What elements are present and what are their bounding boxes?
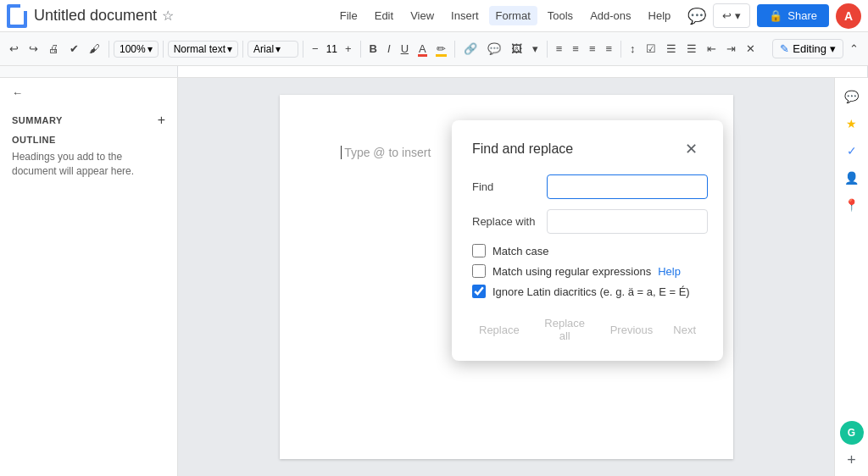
doc-area[interactable]: Type @ to insert Find and replace ✕ Find… (178, 78, 834, 476)
collapse-toolbar-button[interactable]: ⌃ (845, 39, 863, 58)
font-size-value: 11 (326, 43, 337, 55)
font-name-select[interactable]: Arial ▾ (248, 41, 298, 58)
right-check-icon[interactable]: ✓ (840, 139, 864, 163)
right-grammarly-icon[interactable]: G (840, 421, 864, 445)
share-button[interactable]: 🔒 Share (757, 4, 829, 27)
bold-button[interactable]: B (365, 39, 381, 58)
bullet-list-button[interactable]: ☰ (662, 39, 681, 58)
menu-format[interactable]: Format (489, 6, 537, 25)
editing-mode-select[interactable]: ✎ Editing ▾ (772, 39, 843, 58)
align-center-button[interactable]: ≡ (568, 39, 583, 58)
history-button[interactable]: ↩ ▾ (713, 3, 750, 28)
insert-comment-button[interactable]: 💬 (483, 39, 505, 58)
regex-checkbox[interactable] (472, 264, 486, 278)
right-maps-icon[interactable]: 📍 (840, 193, 864, 217)
text-color-icon: A (419, 42, 426, 55)
regex-help-link[interactable]: Help (658, 265, 681, 278)
regex-label: Match using regular expressions (492, 265, 651, 278)
align-right-button[interactable]: ≡ (585, 39, 600, 58)
right-add-button[interactable]: + (847, 451, 856, 469)
sidebar-summary-label: SUMMARY (12, 115, 63, 125)
toolbar-separator-1 (108, 41, 109, 58)
underline-button[interactable]: U (397, 39, 413, 58)
match-case-row[interactable]: Match case (472, 244, 703, 257)
replace-all-button[interactable]: Replace all (533, 312, 597, 347)
toolbar-separator-3 (242, 41, 243, 58)
ordered-list-button[interactable]: ☰ (682, 39, 701, 58)
toolbar: ↩ ↪ 🖨 ✔ 🖌 100% ▾ Normal text ▾ Arial ▾ −… (0, 32, 868, 66)
right-sidebar: 💬 ★ ✓ 👤 📍 G + (834, 78, 868, 476)
indent-less-button[interactable]: ⇤ (703, 39, 721, 58)
highlight-button[interactable]: ✏ (432, 39, 450, 58)
find-input[interactable] (547, 174, 708, 199)
checklist-button[interactable]: ☑ (642, 39, 660, 58)
match-case-label: Match case (492, 245, 548, 257)
font-size-select[interactable]: 11 (325, 42, 339, 57)
dialog-close-button[interactable]: ✕ (679, 137, 703, 161)
italic-button[interactable]: I (383, 39, 395, 58)
toolbar-separator-7 (547, 41, 548, 58)
menu-file[interactable]: File (333, 6, 364, 25)
toolbar-separator-4 (303, 41, 303, 58)
menu-insert[interactable]: Insert (444, 6, 486, 25)
indent-more-button[interactable]: ⇥ (722, 39, 740, 58)
zoom-value: 100% (120, 43, 146, 55)
sidebar-summary-section: SUMMARY + (12, 113, 165, 128)
comments-button[interactable]: 💬 (687, 7, 706, 25)
regex-row[interactable]: Match using regular expressions Help (472, 264, 703, 278)
menu-view[interactable]: View (403, 6, 441, 25)
toolbar-separator-2 (163, 41, 164, 58)
justify-button[interactable]: ≡ (601, 39, 616, 58)
sidebar-add-button[interactable]: + (158, 113, 165, 128)
editing-mode-label: Editing (793, 42, 826, 55)
highlight-color-indicator (436, 54, 447, 57)
redo-button[interactable]: ↪ (25, 39, 42, 58)
next-button[interactable]: Next (666, 312, 703, 347)
sidebar-back-button[interactable]: ← (12, 86, 165, 99)
spellcheck-button[interactable]: ✔ (65, 39, 83, 58)
text-color-button[interactable]: A (415, 39, 431, 58)
menu-help[interactable]: Help (642, 6, 678, 25)
zoom-select[interactable]: 100% ▾ (114, 41, 159, 58)
diacritics-row[interactable]: Ignore Latin diacritics (e. g. ä = a, E … (472, 285, 703, 298)
replace-input[interactable] (547, 209, 708, 234)
doc-title: Untitled document (34, 7, 157, 25)
insert-link-button[interactable]: 🔗 (459, 39, 481, 58)
right-chat-icon[interactable]: 💬 (840, 85, 864, 108)
share-label: Share (787, 9, 817, 22)
font-style-value: Normal text (174, 43, 225, 55)
sidebar-hint-text: Headings you add to the document will ap… (12, 150, 165, 179)
font-name-value: Arial (253, 43, 274, 55)
history-chevron: ▾ (735, 9, 741, 22)
replace-row: Replace with (472, 209, 703, 234)
star-icon[interactable]: ☆ (162, 8, 174, 24)
right-star-icon[interactable]: ★ (840, 112, 864, 136)
diacritics-checkbox[interactable] (472, 285, 486, 298)
font-style-select[interactable]: Normal text ▾ (168, 41, 238, 58)
toolbar-separator-8 (620, 41, 621, 58)
zoom-chevron: ▾ (147, 43, 153, 55)
right-person-icon[interactable]: 👤 (840, 166, 864, 190)
dialog-title: Find and replace (472, 141, 573, 157)
find-label: Find (472, 180, 540, 193)
clear-formatting-button[interactable]: ✕ (742, 39, 760, 58)
align-left-button[interactable]: ≡ (552, 39, 567, 58)
insert-image-dropdown-button[interactable]: ▾ (528, 39, 542, 58)
ruler (0, 66, 868, 78)
line-spacing-button[interactable]: ↕ (626, 39, 640, 58)
avatar[interactable]: A (836, 3, 861, 29)
font-size-decrease-button[interactable]: − (308, 39, 323, 58)
insert-image-button[interactable]: 🖼 (507, 39, 526, 58)
replace-button[interactable]: Replace (472, 312, 526, 347)
previous-button[interactable]: Previous (604, 312, 660, 347)
menu-edit[interactable]: Edit (368, 6, 400, 25)
font-size-increase-button[interactable]: + (341, 39, 356, 58)
menu-tools[interactable]: Tools (541, 6, 580, 25)
menu-addons[interactable]: Add-ons (583, 6, 637, 25)
editing-pencil-icon: ✎ (780, 42, 789, 55)
print-button[interactable]: 🖨 (44, 39, 64, 58)
match-case-checkbox[interactable] (472, 244, 486, 257)
sidebar: ← SUMMARY + OUTLINE Headings you add to … (0, 78, 178, 476)
undo-button[interactable]: ↩ (5, 39, 23, 58)
paint-format-button[interactable]: 🖌 (85, 39, 104, 58)
